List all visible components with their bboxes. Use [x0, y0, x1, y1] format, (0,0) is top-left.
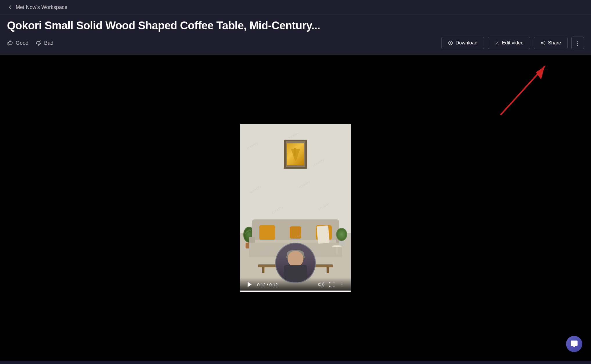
- volume-icon: [318, 281, 325, 288]
- presenter-circle: [275, 243, 316, 283]
- feedback-group: Good Bad: [7, 40, 53, 46]
- svg-marker-11: [536, 66, 545, 80]
- good-button[interactable]: Good: [7, 40, 28, 46]
- svg-line-10: [501, 66, 545, 114]
- more-dots-icon: ⋮: [575, 39, 581, 46]
- svg-point-8: [342, 284, 343, 285]
- download-label: Download: [455, 40, 478, 46]
- share-label: Share: [548, 40, 561, 46]
- chat-icon: [570, 340, 578, 348]
- person-head: [288, 251, 304, 267]
- page-title: Qokori Small Solid Wood Shaped Coffee Ta…: [7, 19, 584, 32]
- download-icon: [448, 40, 453, 46]
- table-leg-right: [327, 267, 329, 273]
- video-frame[interactable]: creatify creatify creatify creatify crea…: [240, 124, 351, 292]
- top-bar: Met Now's Workspace: [0, 0, 591, 15]
- person-body: [284, 265, 307, 282]
- svg-point-2: [544, 41, 545, 42]
- edit-video-button[interactable]: Edit video: [488, 37, 530, 49]
- fullscreen-button[interactable]: [329, 281, 335, 288]
- thumbs-up-icon: [7, 40, 13, 46]
- plant-right: [336, 228, 348, 246]
- svg-marker-5: [248, 282, 252, 287]
- side-table-leg: [336, 247, 338, 254]
- workspace-label: Met Now's Workspace: [16, 4, 67, 10]
- progress-bar[interactable]: [240, 291, 351, 292]
- picture-inner: [287, 143, 304, 165]
- table-leg-left: [262, 267, 264, 273]
- svg-point-7: [342, 282, 343, 283]
- time-display: 0:12 / 0:12: [257, 282, 278, 287]
- glass-stem: [294, 148, 296, 156]
- more-options-button[interactable]: ⋮: [571, 37, 584, 49]
- header: Qokori Small Solid Wood Shaped Coffee Ta…: [0, 15, 591, 55]
- svg-point-3: [541, 43, 542, 44]
- volume-button[interactable]: [318, 281, 325, 288]
- download-button[interactable]: Download: [441, 37, 484, 49]
- plant-pot-right: [339, 241, 345, 246]
- pillow-left: [259, 225, 275, 240]
- video-container: creatify creatify creatify creatify crea…: [0, 55, 591, 361]
- thumbs-down-icon: [35, 40, 42, 46]
- chat-button[interactable]: [566, 336, 582, 352]
- svg-point-4: [544, 44, 545, 45]
- svg-point-9: [342, 286, 343, 287]
- edit-icon: [494, 40, 500, 46]
- buttons-group: Download Edit video Share ⋮: [441, 37, 584, 49]
- fullscreen-icon: [329, 281, 335, 288]
- actions-row: Good Bad Download: [7, 37, 584, 49]
- play-button[interactable]: [246, 281, 253, 288]
- bad-button[interactable]: Bad: [35, 40, 53, 46]
- presenter-figure: [276, 244, 315, 282]
- edit-video-label: Edit video: [502, 40, 524, 46]
- video-more-icon: [339, 282, 345, 287]
- share-button[interactable]: Share: [534, 37, 568, 49]
- good-label: Good: [16, 40, 28, 46]
- pillow-center: [290, 226, 301, 239]
- svg-marker-6: [319, 283, 321, 286]
- title-row: Qokori Small Solid Wood Shaped Coffee Ta…: [7, 19, 584, 32]
- arrow-annotation: [487, 64, 550, 123]
- back-button[interactable]: [7, 4, 13, 10]
- room-scene: creatify creatify creatify creatify crea…: [240, 124, 351, 292]
- play-icon: [246, 281, 253, 288]
- plant-leaves-right: [336, 228, 347, 241]
- bad-label: Bad: [44, 40, 53, 46]
- red-arrow: [487, 64, 550, 122]
- picture-frame: [284, 140, 307, 169]
- side-table: [332, 245, 342, 254]
- progress-fill: [240, 291, 351, 292]
- glass-shape: [291, 149, 300, 165]
- blanket: [316, 225, 329, 244]
- share-icon: [540, 40, 546, 46]
- video-more-button[interactable]: [339, 282, 345, 287]
